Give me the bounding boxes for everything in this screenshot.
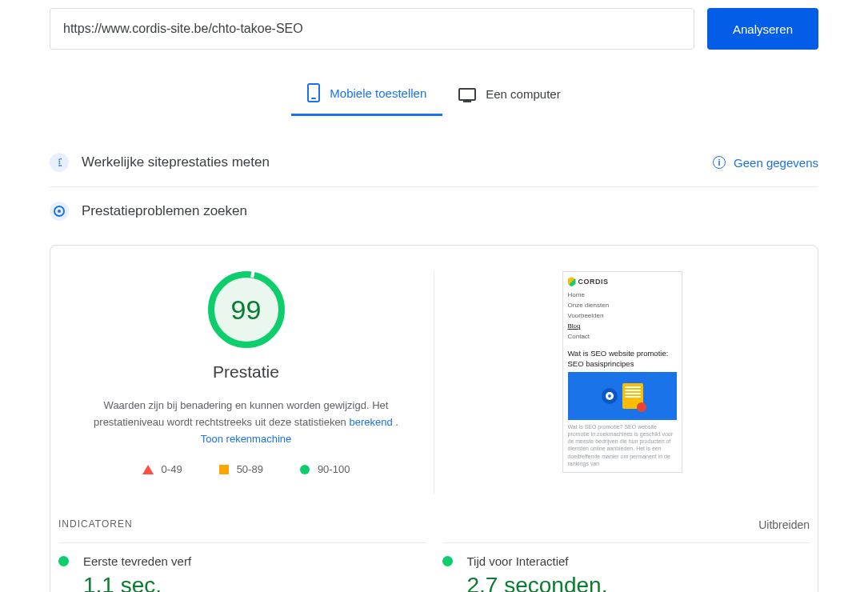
indicator-value: 2,7 seconden.	[467, 573, 810, 592]
preview-nav-blog: Blog	[568, 322, 677, 330]
lab-title: Prestatieproblemen zoeken	[82, 203, 818, 219]
tab-mobile[interactable]: Mobiele toestellen	[291, 72, 442, 116]
score-value: 99	[231, 294, 262, 326]
preview-hero	[568, 372, 677, 420]
field-data-icon: ⁞⁚	[50, 153, 69, 172]
device-tabs: Mobiele toestellen Een computer	[50, 72, 818, 116]
score-desc-text: Waarden zijn bij benadering en kunnen wo…	[94, 399, 388, 428]
preview-nav-services: Onze diensten	[568, 301, 677, 310]
pass-dot-icon	[58, 556, 69, 566]
expand-button[interactable]: Uitbreiden	[758, 518, 810, 531]
field-data-title: Werkelijke siteprestaties meten	[82, 154, 713, 170]
preview-nav-examples: Voorbeelden	[568, 311, 677, 320]
lab-icon	[50, 202, 69, 221]
tab-desktop-label: Een computer	[486, 87, 560, 101]
preview-logo: CORDIS	[568, 277, 677, 287]
score-legend: 0-49 50-89 90-100	[58, 463, 434, 475]
preview-body: Wat is SEO promotie? SEO website promoti…	[568, 423, 677, 467]
preview-nav-contact: Contact	[568, 332, 677, 341]
indicator-name: Eerste tevreden verf	[83, 554, 191, 568]
legend-low-label: 0-49	[162, 463, 182, 475]
triangle-icon	[142, 465, 154, 474]
no-data-label: Geen gegevens	[734, 156, 818, 170]
calculated-link[interactable]: berekend	[349, 416, 392, 428]
legend-high-label: 90-100	[318, 463, 350, 475]
red-dot-icon	[637, 402, 646, 412]
shield-icon	[568, 277, 576, 286]
circle-icon	[300, 465, 310, 474]
preview-column: CORDIS Home Onze diensten Voorbeelden Bl…	[434, 271, 810, 494]
preview-nav-home: Home	[568, 290, 677, 299]
page-preview: CORDIS Home Onze diensten Voorbeelden Bl…	[562, 271, 682, 473]
target-icon	[54, 206, 65, 217]
legend-pass: 90-100	[300, 463, 350, 475]
dots-icon: ⁞⁚	[58, 156, 61, 169]
indicators-header: INDICATOREN Uitbreiden	[58, 494, 810, 542]
indicator-value: 1,1 sec.	[83, 573, 426, 592]
legend-fail: 0-49	[142, 463, 182, 475]
tab-mobile-label: Mobiele toestellen	[330, 86, 426, 100]
lab-section: Prestatieproblemen zoeken	[50, 187, 818, 235]
indicators-grid: Eerste tevreden verf 1,1 sec. Tijd voor …	[58, 542, 810, 592]
indicators-title: INDICATOREN	[58, 518, 133, 531]
eye-icon	[602, 388, 618, 404]
score-sep: .	[393, 416, 398, 428]
performance-gauge: 99	[208, 271, 285, 348]
indicator-name: Tijd voor Interactief	[467, 554, 569, 568]
legend-average: 50-89	[219, 463, 263, 475]
show-calculator-link[interactable]: Toon rekenmachine	[201, 433, 291, 445]
preview-brand: CORDIS	[578, 277, 609, 287]
no-data-link[interactable]: i Geen gegevens	[713, 156, 818, 170]
pass-dot-icon	[442, 556, 453, 566]
square-icon	[219, 465, 229, 474]
score-description: Waarden zijn bij benadering en kunnen wo…	[86, 398, 406, 447]
mobile-icon	[307, 83, 320, 102]
indicator-tti: Tijd voor Interactief 2,7 seconden.	[442, 542, 810, 592]
url-input[interactable]	[50, 8, 694, 50]
info-icon: i	[713, 156, 726, 169]
preview-nav: Home Onze diensten Voorbeelden Blog Cont…	[568, 290, 677, 342]
report-card: 99 Prestatie Waarden zijn bij benadering…	[50, 245, 818, 592]
score-column: 99 Prestatie Waarden zijn bij benadering…	[58, 271, 434, 494]
analyze-button[interactable]: Analyseren	[707, 8, 818, 50]
desktop-icon	[458, 88, 476, 101]
preview-heading: Wat is SEO website promotie: SEO basispr…	[568, 348, 677, 370]
legend-mid-label: 50-89	[237, 463, 263, 475]
field-data-section: ⁞⁚ Werkelijke siteprestaties meten i Gee…	[50, 138, 818, 187]
score-label: Prestatie	[58, 362, 434, 382]
tab-desktop[interactable]: Een computer	[442, 72, 576, 116]
indicator-fcp: Eerste tevreden verf 1,1 sec.	[58, 542, 426, 592]
